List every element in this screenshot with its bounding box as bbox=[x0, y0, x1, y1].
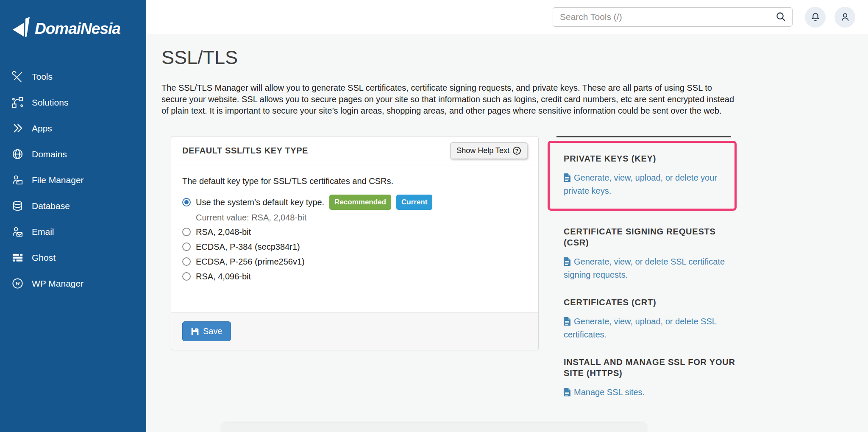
content: SSL/TLS The SSL/TLS Manager will allow y… bbox=[146, 34, 868, 432]
database-icon bbox=[12, 200, 23, 212]
key-type-option-rsa-4096[interactable]: RSA, 4,096-bit bbox=[182, 270, 527, 282]
wp-manager-icon: W bbox=[12, 278, 23, 289]
card-footer: Save bbox=[171, 312, 538, 350]
sidebar-item-database[interactable]: Database bbox=[0, 193, 146, 219]
section-install-ssl: INSTALL AND MANAGE SSL FOR YOUR SITE (HT… bbox=[548, 357, 737, 399]
sidebar-item-label: Database bbox=[32, 201, 70, 211]
domains-icon bbox=[12, 148, 23, 160]
show-help-text-label: Show Help Text bbox=[456, 146, 509, 155]
radio[interactable] bbox=[182, 272, 191, 281]
sidebar-item-email[interactable]: Email bbox=[0, 219, 146, 245]
sidebar-item-wp-manager[interactable]: W WP Manager bbox=[0, 270, 146, 296]
current-badge: Current bbox=[396, 195, 432, 210]
sidebar-item-label: WP Manager bbox=[32, 279, 83, 289]
save-button[interactable]: Save bbox=[182, 321, 231, 341]
csrs-abbr[interactable]: CSRs bbox=[369, 176, 391, 186]
section-title-certificates: CERTIFICATES (CRT) bbox=[564, 297, 737, 308]
document-icon bbox=[564, 173, 570, 182]
show-help-text-button[interactable]: Show Help Text ? bbox=[450, 142, 527, 159]
key-type-option-rsa-2048[interactable]: RSA, 2,048-bit bbox=[182, 226, 527, 238]
apps-icon bbox=[12, 123, 23, 134]
notifications-button[interactable] bbox=[805, 7, 826, 28]
option-label: Use the system’s default key type. bbox=[196, 196, 324, 208]
sidebar: DomaiNesia Tools Solutions Apps bbox=[0, 0, 146, 432]
key-type-option-default[interactable]: Use the system’s default key type. Recom… bbox=[182, 195, 527, 210]
section-title-private-keys: PRIVATE KEYS (KEY) bbox=[564, 153, 723, 164]
document-icon bbox=[564, 388, 570, 396]
key-type-intro: The default key type for SSL/TLS certifi… bbox=[182, 176, 527, 186]
email-icon bbox=[12, 226, 23, 237]
domainesia-logo-icon bbox=[11, 17, 33, 41]
key-type-column: DEFAULT SSL/TLS KEY TYPE Show Help Text … bbox=[161, 136, 539, 399]
app-root: DomaiNesia Tools Solutions Apps bbox=[0, 0, 868, 432]
main-area: SSL/TLS The SSL/TLS Manager will allow y… bbox=[146, 0, 868, 432]
search-box bbox=[553, 7, 793, 27]
recommended-badge: Recommended bbox=[329, 195, 391, 210]
private-keys-link[interactable]: Generate, view, upload, or delete your p… bbox=[564, 171, 723, 198]
sidebar-item-ghost[interactable]: Ghost bbox=[0, 245, 146, 270]
sidebar-nav: Tools Solutions Apps Domains bbox=[0, 64, 146, 296]
file-manager-icon bbox=[12, 174, 23, 186]
key-type-option-ecdsa-p256[interactable]: ECDSA, P-256 (prime256v1) bbox=[182, 256, 527, 268]
card-title: DEFAULT SSL/TLS KEY TYPE bbox=[182, 146, 308, 156]
option-label: RSA, 2,048-bit bbox=[196, 226, 251, 238]
solutions-icon bbox=[12, 97, 23, 108]
sidebar-item-label: Tools bbox=[32, 72, 53, 82]
save-icon bbox=[191, 327, 199, 336]
save-label: Save bbox=[203, 326, 223, 336]
card-body: The default key type for SSL/TLS certifi… bbox=[171, 165, 538, 312]
user-menu-button[interactable] bbox=[835, 7, 855, 28]
option-label: RSA, 4,096-bit bbox=[196, 270, 251, 282]
sidebar-item-file-manager[interactable]: File Manager bbox=[0, 167, 146, 193]
sidebar-item-label: Solutions bbox=[32, 98, 68, 108]
section-csr: CERTIFICATE SIGNING REQUESTS (CSR) Gener… bbox=[548, 226, 737, 281]
private-keys-highlight: PRIVATE KEYS (KEY) Generate, view, uploa… bbox=[548, 141, 737, 211]
radio[interactable] bbox=[182, 228, 191, 236]
tools-icon bbox=[12, 71, 23, 82]
manage-ssl-sites-link[interactable]: Manage SSL sites. bbox=[564, 386, 737, 399]
section-certificates: CERTIFICATES (CRT) Generate, view, uploa… bbox=[548, 297, 737, 341]
sidebar-item-label: Domains bbox=[32, 149, 67, 159]
sidebar-item-tools[interactable]: Tools bbox=[0, 64, 146, 89]
key-type-option-ecdsa-p384[interactable]: ECDSA, P-384 (secp384r1) bbox=[182, 241, 527, 253]
default-key-type-card: DEFAULT SSL/TLS KEY TYPE Show Help Text … bbox=[171, 136, 539, 350]
sidebar-item-apps[interactable]: Apps bbox=[0, 115, 146, 141]
option-label: ECDSA, P-256 (prime256v1) bbox=[196, 256, 305, 268]
ssl-shortcuts-panel: PRIVATE KEYS (KEY) Generate, view, uploa… bbox=[548, 136, 737, 399]
certificates-link[interactable]: Generate, view, upload, or delete SSL ce… bbox=[564, 315, 737, 341]
sidebar-item-domains[interactable]: Domains bbox=[0, 141, 146, 167]
section-title-csr: CERTIFICATE SIGNING REQUESTS (CSR) bbox=[564, 226, 737, 248]
radio[interactable] bbox=[182, 242, 191, 251]
panel-top-rule bbox=[556, 136, 731, 137]
document-icon bbox=[564, 317, 570, 326]
option-label: ECDSA, P-384 (secp384r1) bbox=[196, 241, 300, 253]
radio-selected[interactable] bbox=[182, 198, 191, 206]
bell-icon bbox=[810, 11, 821, 22]
sidebar-item-label: Email bbox=[32, 227, 54, 237]
csr-link[interactable]: Generate, view, or delete SSL certificat… bbox=[564, 255, 737, 281]
radio[interactable] bbox=[182, 257, 191, 266]
brand-name: DomaiNesia bbox=[35, 20, 120, 38]
sidebar-item-label: Ghost bbox=[32, 253, 56, 263]
sidebar-item-label: Apps bbox=[32, 123, 52, 134]
bottom-sheet-peek bbox=[221, 423, 647, 432]
topbar bbox=[146, 0, 868, 34]
user-icon bbox=[840, 11, 851, 22]
section-title-install-ssl: INSTALL AND MANAGE SSL FOR YOUR SITE (HT… bbox=[564, 357, 737, 379]
document-icon bbox=[564, 257, 570, 266]
current-value-note: Current value: RSA, 2,048-bit bbox=[196, 213, 527, 223]
page-title: SSL/TLS bbox=[161, 47, 868, 69]
svg-text:W: W bbox=[15, 281, 20, 287]
page-description: The SSL/TLS Manager will allow you to ge… bbox=[161, 82, 734, 117]
search-icon[interactable] bbox=[775, 11, 787, 24]
search-input[interactable] bbox=[553, 7, 793, 27]
card-header: DEFAULT SSL/TLS KEY TYPE Show Help Text … bbox=[171, 137, 538, 165]
sidebar-item-label: File Manager bbox=[32, 175, 84, 185]
sidebar-item-solutions[interactable]: Solutions bbox=[0, 89, 146, 115]
help-icon: ? bbox=[513, 147, 521, 155]
ghost-icon bbox=[12, 252, 23, 263]
brand-logo[interactable]: DomaiNesia bbox=[0, 13, 146, 44]
